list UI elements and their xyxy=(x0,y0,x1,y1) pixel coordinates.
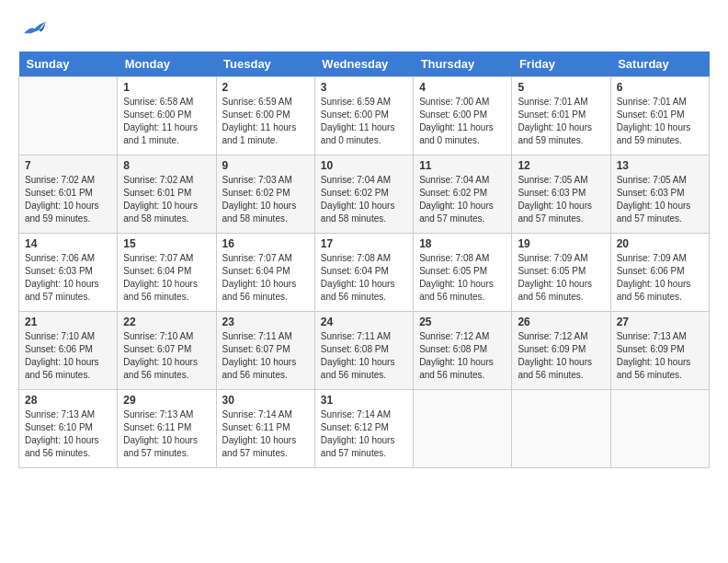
calendar-cell: 6Sunrise: 7:01 AMSunset: 6:01 PMDaylight… xyxy=(610,77,709,155)
day-info: Sunrise: 7:01 AMSunset: 6:01 PMDaylight:… xyxy=(518,96,604,147)
calendar-cell: 30Sunrise: 7:14 AMSunset: 6:11 PMDayligh… xyxy=(216,390,314,468)
day-info: Sunrise: 7:08 AMSunset: 6:05 PMDaylight:… xyxy=(419,252,506,304)
calendar-cell: 15Sunrise: 7:07 AMSunset: 6:04 PMDayligh… xyxy=(118,234,216,312)
day-number: 21 xyxy=(25,316,111,328)
day-number: 4 xyxy=(419,81,506,94)
day-number: 31 xyxy=(321,394,407,407)
calendar-cell xyxy=(19,77,118,155)
header-day-monday: Monday xyxy=(118,52,216,77)
header-day-saturday: Saturday xyxy=(610,52,709,77)
calendar-cell: 14Sunrise: 7:06 AMSunset: 6:03 PMDayligh… xyxy=(19,234,118,312)
day-info: Sunrise: 7:06 AMSunset: 6:03 PMDaylight:… xyxy=(25,252,111,304)
calendar-cell: 13Sunrise: 7:05 AMSunset: 6:03 PMDayligh… xyxy=(610,155,709,234)
day-number: 22 xyxy=(123,316,210,328)
day-number: 1 xyxy=(123,81,210,94)
day-number: 6 xyxy=(617,81,703,94)
calendar-cell: 2Sunrise: 6:59 AMSunset: 6:00 PMDaylight… xyxy=(216,77,314,155)
calendar-cell: 20Sunrise: 7:09 AMSunset: 6:06 PMDayligh… xyxy=(610,234,709,312)
day-number: 29 xyxy=(123,394,210,407)
day-number: 11 xyxy=(419,159,506,172)
calendar-cell: 23Sunrise: 7:11 AMSunset: 6:07 PMDayligh… xyxy=(216,312,314,390)
calendar-cell: 27Sunrise: 7:13 AMSunset: 6:09 PMDayligh… xyxy=(610,312,709,390)
day-number: 5 xyxy=(518,81,604,94)
calendar-cell: 26Sunrise: 7:12 AMSunset: 6:09 PMDayligh… xyxy=(512,312,610,390)
calendar-cell: 4Sunrise: 7:00 AMSunset: 6:00 PMDaylight… xyxy=(414,77,512,155)
day-number: 14 xyxy=(25,237,111,250)
day-number: 3 xyxy=(321,81,407,94)
day-info: Sunrise: 7:05 AMSunset: 6:03 PMDaylight:… xyxy=(617,174,703,225)
calendar-cell: 18Sunrise: 7:08 AMSunset: 6:05 PMDayligh… xyxy=(414,234,512,312)
day-info: Sunrise: 7:14 AMSunset: 6:11 PMDaylight:… xyxy=(222,408,309,460)
day-info: Sunrise: 7:12 AMSunset: 6:08 PMDaylight:… xyxy=(419,330,506,382)
day-number: 2 xyxy=(222,81,309,94)
calendar-cell: 11Sunrise: 7:04 AMSunset: 6:02 PMDayligh… xyxy=(414,155,512,234)
day-number: 17 xyxy=(321,237,407,250)
calendar-cell: 3Sunrise: 6:59 AMSunset: 6:00 PMDaylight… xyxy=(314,77,413,155)
calendar-week-2: 7Sunrise: 7:02 AMSunset: 6:01 PMDaylight… xyxy=(19,155,710,234)
day-info: Sunrise: 7:09 AMSunset: 6:06 PMDaylight:… xyxy=(617,252,703,304)
day-info: Sunrise: 6:58 AMSunset: 6:00 PMDaylight:… xyxy=(123,96,210,147)
calendar-week-5: 28Sunrise: 7:13 AMSunset: 6:10 PMDayligh… xyxy=(19,390,710,468)
header-day-friday: Friday xyxy=(512,52,610,77)
day-number: 19 xyxy=(518,237,604,250)
calendar-cell: 7Sunrise: 7:02 AMSunset: 6:01 PMDaylight… xyxy=(19,155,118,234)
day-number: 26 xyxy=(518,316,604,328)
day-number: 13 xyxy=(617,159,703,172)
logo-bird-icon xyxy=(22,18,48,37)
day-info: Sunrise: 7:04 AMSunset: 6:02 PMDaylight:… xyxy=(321,174,407,225)
calendar-cell: 24Sunrise: 7:11 AMSunset: 6:08 PMDayligh… xyxy=(314,312,413,390)
day-number: 27 xyxy=(617,316,703,328)
day-info: Sunrise: 7:10 AMSunset: 6:06 PMDaylight:… xyxy=(25,330,111,382)
header-day-tuesday: Tuesday xyxy=(216,52,314,77)
calendar-cell: 19Sunrise: 7:09 AMSunset: 6:05 PMDayligh… xyxy=(512,234,610,312)
day-info: Sunrise: 7:10 AMSunset: 6:07 PMDaylight:… xyxy=(123,330,210,382)
calendar-cell: 1Sunrise: 6:58 AMSunset: 6:00 PMDaylight… xyxy=(118,77,216,155)
calendar-cell: 21Sunrise: 7:10 AMSunset: 6:06 PMDayligh… xyxy=(19,312,118,390)
calendar-cell: 16Sunrise: 7:07 AMSunset: 6:04 PMDayligh… xyxy=(216,234,314,312)
calendar-cell: 29Sunrise: 7:13 AMSunset: 6:11 PMDayligh… xyxy=(118,390,216,468)
day-number: 30 xyxy=(222,394,309,407)
calendar-cell: 25Sunrise: 7:12 AMSunset: 6:08 PMDayligh… xyxy=(414,312,512,390)
day-number: 18 xyxy=(419,237,506,250)
day-info: Sunrise: 7:09 AMSunset: 6:05 PMDaylight:… xyxy=(518,252,604,304)
calendar-cell: 8Sunrise: 7:02 AMSunset: 6:01 PMDaylight… xyxy=(118,155,216,234)
day-info: Sunrise: 7:08 AMSunset: 6:04 PMDaylight:… xyxy=(321,252,407,304)
calendar-cell: 12Sunrise: 7:05 AMSunset: 6:03 PMDayligh… xyxy=(512,155,610,234)
day-info: Sunrise: 7:12 AMSunset: 6:09 PMDaylight:… xyxy=(518,330,604,382)
day-number: 16 xyxy=(222,237,309,250)
calendar-cell: 22Sunrise: 7:10 AMSunset: 6:07 PMDayligh… xyxy=(118,312,216,390)
day-info: Sunrise: 7:00 AMSunset: 6:00 PMDaylight:… xyxy=(419,96,506,147)
calendar-cell: 5Sunrise: 7:01 AMSunset: 6:01 PMDaylight… xyxy=(512,77,610,155)
day-info: Sunrise: 6:59 AMSunset: 6:00 PMDaylight:… xyxy=(222,96,309,147)
day-info: Sunrise: 7:07 AMSunset: 6:04 PMDaylight:… xyxy=(123,252,210,304)
day-info: Sunrise: 7:11 AMSunset: 6:08 PMDaylight:… xyxy=(321,330,407,382)
day-number: 28 xyxy=(25,394,111,407)
calendar-week-1: 1Sunrise: 6:58 AMSunset: 6:00 PMDaylight… xyxy=(19,77,710,155)
day-info: Sunrise: 7:13 AMSunset: 6:11 PMDaylight:… xyxy=(123,408,210,460)
day-info: Sunrise: 7:07 AMSunset: 6:04 PMDaylight:… xyxy=(222,252,309,304)
day-info: Sunrise: 6:59 AMSunset: 6:00 PMDaylight:… xyxy=(321,96,407,147)
day-info: Sunrise: 7:05 AMSunset: 6:03 PMDaylight:… xyxy=(518,174,604,225)
day-info: Sunrise: 7:13 AMSunset: 6:10 PMDaylight:… xyxy=(25,408,111,460)
calendar-cell: 28Sunrise: 7:13 AMSunset: 6:10 PMDayligh… xyxy=(19,390,118,468)
day-number: 25 xyxy=(419,316,506,328)
calendar-table: SundayMondayTuesdayWednesdayThursdayFrid… xyxy=(18,52,710,468)
day-info: Sunrise: 7:02 AMSunset: 6:01 PMDaylight:… xyxy=(25,174,111,225)
header-day-wednesday: Wednesday xyxy=(314,52,413,77)
day-number: 12 xyxy=(518,159,604,172)
header xyxy=(18,18,710,37)
day-number: 24 xyxy=(321,316,407,328)
calendar-cell xyxy=(512,390,610,468)
day-number: 8 xyxy=(123,159,210,172)
day-info: Sunrise: 7:03 AMSunset: 6:02 PMDaylight:… xyxy=(222,174,309,225)
calendar-cell: 17Sunrise: 7:08 AMSunset: 6:04 PMDayligh… xyxy=(314,234,413,312)
day-info: Sunrise: 7:11 AMSunset: 6:07 PMDaylight:… xyxy=(222,330,309,382)
day-info: Sunrise: 7:04 AMSunset: 6:02 PMDaylight:… xyxy=(419,174,506,225)
day-info: Sunrise: 7:02 AMSunset: 6:01 PMDaylight:… xyxy=(123,174,210,225)
day-number: 10 xyxy=(321,159,407,172)
calendar-cell: 10Sunrise: 7:04 AMSunset: 6:02 PMDayligh… xyxy=(314,155,413,234)
day-info: Sunrise: 7:01 AMSunset: 6:01 PMDaylight:… xyxy=(617,96,703,147)
day-info: Sunrise: 7:13 AMSunset: 6:09 PMDaylight:… xyxy=(617,330,703,382)
day-info: Sunrise: 7:14 AMSunset: 6:12 PMDaylight:… xyxy=(321,408,407,460)
header-day-thursday: Thursday xyxy=(414,52,512,77)
